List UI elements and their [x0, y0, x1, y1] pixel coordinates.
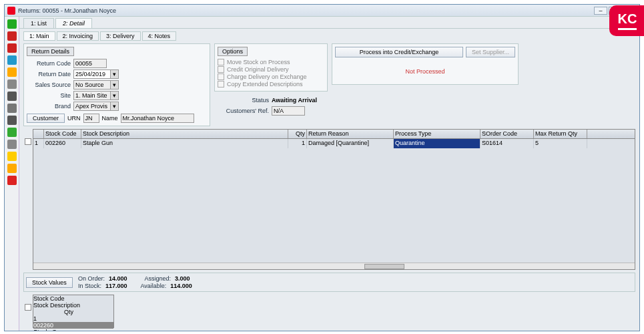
- tool-icon[interactable]: [7, 79, 17, 89]
- tool-icon[interactable]: [7, 92, 17, 101]
- return-details-title[interactable]: Return Details: [27, 47, 74, 56]
- tool-icon[interactable]: [7, 140, 17, 149]
- tab-detail[interactable]: 2: Detail: [55, 18, 92, 28]
- checkbox[interactable]: [218, 73, 224, 80]
- customer-button[interactable]: Customer: [27, 114, 65, 123]
- col-header-ptype[interactable]: Process Type: [394, 130, 480, 138]
- assigned-label: Assigned:: [144, 275, 171, 282]
- tool-icon[interactable]: [7, 116, 17, 125]
- returns-grid: Stock Code Stock Description Qty Return …: [33, 129, 635, 270]
- minimize-button[interactable]: –: [594, 7, 607, 15]
- return-code-field: 00055: [73, 59, 107, 68]
- cell-sorder: S01614: [480, 139, 534, 148]
- return-code-label: Return Code: [27, 60, 71, 67]
- option-label: Move Stock on Process: [227, 59, 290, 65]
- sales-source-label: Sales Source: [27, 81, 71, 88]
- assigned-value: 3.000: [175, 275, 190, 282]
- process-panel: Process into Credit/Exchange Set Supplie…: [332, 43, 519, 85]
- grid2-checkbox[interactable]: [25, 304, 31, 311]
- status-value: Awaiting Arrival: [272, 97, 317, 104]
- grid-checkbox[interactable]: [25, 138, 31, 145]
- on-order-label: On Order:: [78, 275, 105, 282]
- subtab-invoicing[interactable]: 2: Invoicing: [57, 31, 99, 41]
- col-header-qty[interactable]: Qty: [288, 130, 307, 138]
- option-label: Copy Extended Descriptions: [227, 81, 303, 88]
- chevron-down-icon[interactable]: ▾: [111, 80, 119, 90]
- stock-values-button[interactable]: Stock Values: [26, 277, 73, 288]
- tool-icon[interactable]: [7, 31, 17, 41]
- chevron-down-icon[interactable]: ▾: [111, 91, 119, 100]
- tool-icon[interactable]: [7, 176, 17, 185]
- available-value: 114.000: [170, 283, 192, 289]
- checkbox[interactable]: [218, 81, 224, 88]
- brand-label: Brand: [27, 103, 71, 110]
- subtab-notes[interactable]: 4: Notes: [142, 31, 177, 41]
- col-header-stock[interactable]: Stock Code: [44, 130, 81, 138]
- in-stock-value: 117.000: [105, 283, 127, 289]
- return-date-field[interactable]: 25/04/2019: [73, 69, 111, 79]
- site-label: Site: [27, 92, 71, 99]
- col-header-reason[interactable]: Return Reason: [307, 130, 394, 138]
- col-header-desc[interactable]: Stock Description: [81, 130, 288, 138]
- subtab-delivery[interactable]: 3: Delivery: [100, 31, 141, 41]
- brand-field[interactable]: Apex Provis: [73, 102, 111, 111]
- cell-idx: 1: [33, 139, 44, 148]
- table-row[interactable]: 1 002260 Staple Gun 1: [33, 315, 113, 331]
- titlebar: Returns: 00055 - Mr.Jonathan Noyce – ◻ ✕: [5, 5, 639, 17]
- return-details-panel: Return Details Return Code 00055 Return …: [23, 43, 210, 126]
- tool-icon[interactable]: [7, 19, 17, 29]
- sales-source-field[interactable]: No Source: [73, 80, 111, 90]
- in-stock-label: In Stock:: [78, 283, 101, 289]
- available-label: Available:: [140, 283, 166, 289]
- top-tabs: 1: List 2: Detail: [19, 17, 639, 29]
- set-supplier-button[interactable]: Set Supplier...: [466, 47, 515, 57]
- cell-qty: 1: [288, 139, 307, 148]
- scrollbar[interactable]: [33, 263, 635, 269]
- options-title[interactable]: Options: [218, 47, 248, 56]
- tool-icon[interactable]: [7, 55, 17, 65]
- tool-icon[interactable]: [7, 128, 17, 137]
- stock-values-panel: Stock Values On Order: 14.000 Assigned: …: [23, 273, 635, 292]
- cust-ref-field: N/A: [272, 106, 305, 116]
- customer-name-field: Mr.Jonathan Noyce: [121, 114, 194, 123]
- col-header-stock[interactable]: Stock Code: [33, 295, 113, 302]
- option-label: Credit Original Delivery: [227, 66, 289, 73]
- stock-grid: Stock Code Stock Description Qty 1 00226…: [33, 295, 114, 328]
- return-date-label: Return Date: [27, 71, 71, 77]
- cust-ref-label: Customers' Ref.: [214, 108, 269, 114]
- chevron-down-icon[interactable]: ▾: [111, 69, 119, 79]
- app-window: Returns: 00055 - Mr.Jonathan Noyce – ◻ ✕: [4, 4, 640, 331]
- kc-logo-badge: KC: [609, 5, 644, 36]
- cell-ptype[interactable]: Quarantine: [394, 139, 480, 148]
- tool-icon[interactable]: [7, 164, 17, 173]
- col-header-maxret[interactable]: Max Return Qty: [534, 130, 587, 138]
- on-order-value: 14.000: [109, 275, 127, 282]
- cell-desc: Staple Gun: [81, 139, 288, 148]
- col-header-qty[interactable]: Qty: [33, 309, 73, 315]
- col-header-desc[interactable]: Stock Description: [33, 302, 113, 309]
- chevron-down-icon[interactable]: ▾: [111, 102, 119, 111]
- urn-label: URN: [67, 115, 81, 122]
- subtab-main[interactable]: 1: Main: [23, 31, 55, 41]
- table-row[interactable]: 1 002260 Staple Gun 1 Damaged [Quarantin…: [33, 139, 635, 148]
- col-header-sorder[interactable]: SOrder Code: [480, 130, 534, 138]
- tool-icon[interactable]: [7, 104, 17, 113]
- app-icon: [7, 7, 15, 15]
- cell-stock: 002260: [44, 139, 81, 148]
- process-credit-button[interactable]: Process into Credit/Exchange: [335, 47, 463, 57]
- cell-maxret: 5: [534, 139, 587, 148]
- tool-icon[interactable]: [7, 152, 17, 161]
- cell-desc: Staple Gun: [33, 329, 113, 331]
- checkbox[interactable]: [218, 59, 224, 65]
- site-field[interactable]: 1. Main Site: [73, 91, 111, 100]
- tool-icon[interactable]: [7, 43, 17, 53]
- process-status: Not Processed: [335, 61, 515, 81]
- option-label: Charge Delivery on Exchange: [227, 73, 307, 80]
- cell-reason: Damaged [Quarantine]: [307, 139, 394, 148]
- name-label: Name: [102, 115, 118, 122]
- col-header[interactable]: [33, 130, 44, 138]
- tab-list[interactable]: 1: List: [23, 18, 54, 28]
- side-toolbar: [5, 17, 19, 331]
- checkbox[interactable]: [218, 66, 224, 73]
- tool-icon[interactable]: [7, 67, 17, 77]
